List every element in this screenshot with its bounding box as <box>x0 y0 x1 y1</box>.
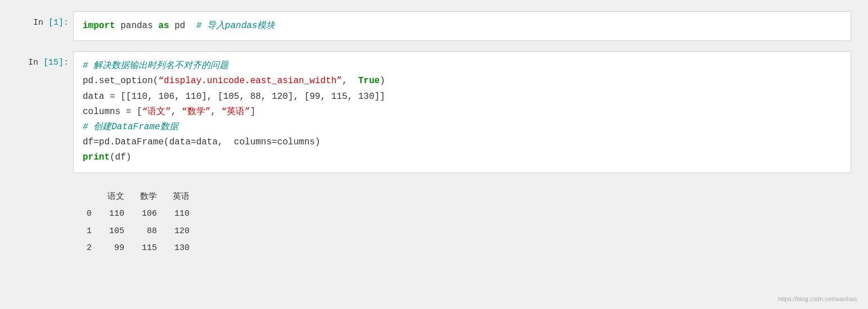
col-shuxue-header: 数学 <box>132 189 165 206</box>
cell-2: In [15]: # 解决数据输出时列名不对齐的问题 pd.set_option… <box>17 51 851 172</box>
table-row: 0 110 106 110 <box>84 206 197 223</box>
code-text: pd <box>169 21 196 31</box>
code-text: pandas <box>115 21 159 31</box>
code-line-1: # 解决数据输出时列名不对齐的问题 <box>83 58 842 74</box>
code-line-7: print(df) <box>83 150 842 165</box>
code-text: (df) <box>110 152 131 162</box>
code-text: ) <box>380 76 385 86</box>
string: “display.unicode.east_asian_width” <box>158 76 341 86</box>
cell-1: In [1]: import pandas as pd # 导入pandas模块 <box>17 11 851 41</box>
keyword-print: print <box>83 152 110 162</box>
table-row: 1 105 88 120 <box>84 223 197 240</box>
output-block: 语文 数学 英语 0 110 106 110 1 105 88 120 2 99… <box>73 183 851 260</box>
row-2-shuxue: 115 <box>132 240 165 257</box>
code-text: df=pd.DataFrame(data=data, columns=colum… <box>83 137 320 147</box>
cell-1-num: [1]: <box>48 18 69 28</box>
code-line-2: pd.set_option(“display.unicode.east_asia… <box>83 74 842 89</box>
row-2-yingyu: 130 <box>165 240 197 257</box>
code-text: ] <box>250 107 256 117</box>
row-1-yuwen: 105 <box>100 223 132 240</box>
col-yingyu-header: 英语 <box>165 189 197 206</box>
code-line-3: data = [[110, 106, 110], [105, 88, 120],… <box>83 89 842 104</box>
cell-1-in: In <box>33 18 43 28</box>
code-line-5: # 创建DataFrame数据 <box>83 120 842 135</box>
cell-2-num: [15]: <box>43 58 69 67</box>
string: “数学” <box>182 107 210 117</box>
row-index-2: 2 <box>84 240 100 257</box>
keyword-as: as <box>158 21 169 31</box>
cell-2-in: In <box>28 58 38 67</box>
cell-2-label: In [15]: <box>17 51 73 67</box>
string: “英语” <box>221 107 250 117</box>
row-index-0: 0 <box>84 206 100 223</box>
row-0-yingyu: 110 <box>165 206 197 223</box>
keyword-true: True <box>358 76 380 86</box>
code-line-4: columns = [“语文”, “数学”, “英语”] <box>83 104 842 120</box>
code-text: pd.set_option( <box>83 76 158 86</box>
output-table: 语文 数学 英语 0 110 106 110 1 105 88 120 2 99… <box>84 189 197 257</box>
comment: # 创建DataFrame数据 <box>83 122 178 132</box>
code-text: columns = [ <box>83 107 142 117</box>
code-text: , <box>342 76 358 86</box>
comment: # 解决数据输出时列名不对齐的问题 <box>83 61 228 71</box>
row-1-shuxue: 88 <box>132 223 165 240</box>
col-index-header <box>84 189 100 206</box>
table-row: 2 99 115 130 <box>84 240 197 257</box>
comment: # 导入pandas模块 <box>196 21 276 31</box>
keyword-import: import <box>83 21 115 31</box>
string: “语文” <box>142 107 171 117</box>
row-1-yingyu: 120 <box>165 223 197 240</box>
table-header-row: 语文 数学 英语 <box>84 189 197 206</box>
cell-2-content[interactable]: # 解决数据输出时列名不对齐的问题 pd.set_option(“display… <box>73 51 851 172</box>
code-text: data = [[110, 106, 110], [105, 88, 120],… <box>83 92 385 102</box>
row-index-1: 1 <box>84 223 100 240</box>
row-0-yuwen: 110 <box>100 206 132 223</box>
col-yuwen-header: 语文 <box>100 189 132 206</box>
cell-1-label: In [1]: <box>17 11 73 28</box>
code-text: , <box>210 107 221 117</box>
row-2-yuwen: 99 <box>100 240 132 257</box>
cell-1-content[interactable]: import pandas as pd # 导入pandas模块 <box>73 11 851 41</box>
code-text: , <box>171 107 182 117</box>
code-line: import pandas as pd # 导入pandas模块 <box>83 19 842 34</box>
code-line-6: df=pd.DataFrame(data=data, columns=colum… <box>83 135 842 150</box>
row-0-shuxue: 106 <box>132 206 165 223</box>
